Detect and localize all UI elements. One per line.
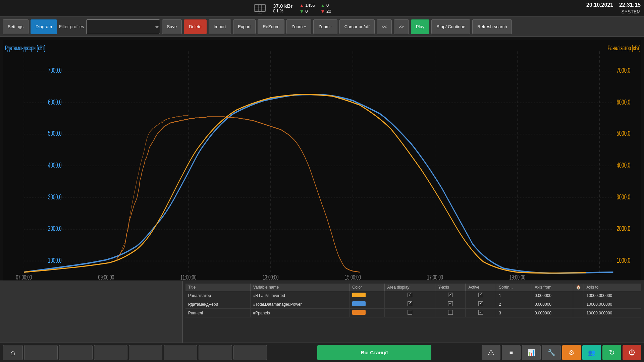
svg-text:19:00:00: 19:00:00	[509, 274, 525, 281]
row1-axisto: 10000.000000	[584, 291, 641, 300]
power-value: 37.0 kBr	[273, 3, 292, 9]
status-grid: ▲ 1455 ▲ 0 ▼ 0 ▼ 20	[299, 3, 336, 14]
checkbox-active-2[interactable]	[478, 301, 483, 306]
refresh-button[interactable]: ↻	[602, 345, 621, 360]
checkbox-active-1[interactable]	[478, 293, 483, 297]
nav-blank-2[interactable]	[59, 345, 93, 360]
play-button[interactable]: Play	[411, 19, 429, 34]
users-icon: 👥	[588, 349, 595, 356]
row1-area-display[interactable]	[384, 291, 435, 300]
row3-yaxis[interactable]	[435, 309, 466, 317]
tools-icon: 🔧	[548, 349, 555, 356]
gear-button[interactable]: ⚙	[562, 345, 581, 360]
stop-button[interactable]: Stop/ Continue	[431, 19, 470, 34]
arrow-up-green-icon: ▲	[320, 3, 325, 8]
bottom-right-panel: Title Variable name Color Area display Y…	[183, 281, 644, 343]
nav-blank-1[interactable]	[24, 345, 58, 360]
next-button[interactable]: >>	[394, 19, 409, 34]
filter-label: Filter profiles	[59, 24, 84, 29]
checkbox-active-3[interactable]	[478, 310, 483, 315]
row1-title: Раналізатор	[185, 291, 250, 300]
settings-button[interactable]: Settings	[3, 19, 29, 34]
col-header-axisfrom: Axis from	[532, 284, 573, 291]
arrow-down-green-icon: ▼	[299, 9, 304, 14]
nav-blank-7[interactable]	[233, 345, 267, 360]
svg-text:1000.0: 1000.0	[616, 256, 630, 264]
save-button[interactable]: Save	[162, 19, 182, 34]
solar-panel-icon	[254, 3, 266, 13]
tools-button[interactable]: 🔧	[542, 345, 561, 360]
svg-text:15:00:00: 15:00:00	[345, 274, 361, 281]
nav-blank-5[interactable]	[164, 345, 197, 360]
diagram-button[interactable]: Diagram	[31, 19, 57, 34]
svg-text:Рдатаменджери [кВт]: Рдатаменджери [кВт]	[5, 44, 45, 52]
checkbox-area-1[interactable]	[408, 293, 412, 297]
refresh-search-button[interactable]: Refresh search	[472, 19, 512, 34]
row2-active[interactable]	[466, 300, 496, 309]
zoom-minus-button[interactable]: Zoom -	[313, 19, 337, 34]
list-button[interactable]: ≡	[502, 345, 521, 360]
table-row[interactable]: Рпанелі #Ppanels	[185, 309, 641, 317]
row2-area-display[interactable]	[384, 300, 435, 309]
zoom-plus-button[interactable]: Zoom +	[286, 19, 311, 34]
main-area: 7000.0 6000.0 5000.0 4000.0 3000.0 2000.…	[0, 37, 644, 343]
home-icon: ⌂	[10, 348, 15, 357]
power-info: 37.0 kBr 0.1 %	[273, 3, 292, 13]
row2-axisto: 10000.000000	[584, 300, 641, 309]
svg-text:1000.0: 1000.0	[48, 256, 62, 264]
power-percent: 0.1 %	[273, 9, 283, 13]
row3-color	[350, 309, 384, 317]
svg-text:6000.0: 6000.0	[616, 98, 630, 106]
row1-active[interactable]	[466, 291, 496, 300]
nav-blank-3[interactable]	[94, 345, 127, 360]
row1-yaxis[interactable]	[435, 291, 466, 300]
status-item-3: ▼ 0	[299, 9, 315, 14]
checkbox-area-3[interactable]	[408, 310, 412, 315]
col-header-yaxis: Y-axis	[435, 284, 466, 291]
home-button[interactable]: ⌂	[3, 345, 23, 360]
svg-text:07:00:00: 07:00:00	[16, 274, 32, 281]
svg-text:4000.0: 4000.0	[48, 161, 62, 169]
checkbox-yaxis-1[interactable]	[448, 293, 453, 297]
col-header-area: Area display	[384, 284, 435, 291]
chart-wrapper: 7000.0 6000.0 5000.0 4000.0 3000.0 2000.…	[3, 40, 641, 281]
cursor-button[interactable]: Cursor on/off	[339, 19, 375, 34]
svg-text:3000.0: 3000.0	[616, 193, 630, 201]
row1-variable: #RTU Ps Inverted	[250, 291, 350, 300]
svg-text:7000.0: 7000.0	[48, 66, 62, 74]
nav-blank-4[interactable]	[129, 345, 162, 360]
users-button[interactable]: 👥	[582, 345, 601, 360]
row3-icon	[573, 309, 584, 317]
import-button[interactable]: Import	[209, 19, 231, 34]
chart-button[interactable]: 📊	[522, 345, 541, 360]
row3-axisto: 10000.000000	[584, 309, 641, 317]
time: 22:31:15	[619, 2, 641, 8]
svg-text:3000.0: 3000.0	[48, 193, 62, 201]
svg-text:17:00:00: 17:00:00	[427, 274, 443, 281]
export-button[interactable]: Export	[233, 19, 256, 34]
color-swatch-yellow	[352, 293, 366, 297]
checkbox-area-2[interactable]	[408, 301, 412, 306]
row3-area-display[interactable]	[384, 309, 435, 317]
arrow-up-red-icon: ▲	[299, 3, 304, 8]
all-stations-button[interactable]: Всі Станції	[317, 345, 431, 360]
table-row[interactable]: Рдатаменджери #Total.Datamanager.Power	[185, 300, 641, 309]
color-swatch-orange	[352, 310, 366, 315]
checkbox-yaxis-3[interactable]	[448, 310, 453, 315]
table-row[interactable]: Раналізатор #RTU Ps Inverted	[185, 291, 641, 300]
row3-active[interactable]	[466, 309, 496, 317]
power-button[interactable]: ⏻	[623, 345, 641, 360]
status-value-1: 1455	[305, 3, 315, 8]
filter-profiles-select[interactable]	[86, 19, 160, 34]
svg-text:11:00:00: 11:00:00	[180, 274, 197, 281]
svg-text:09:00:00: 09:00:00	[98, 274, 114, 281]
nav-blank-6[interactable]	[199, 345, 232, 360]
status-value-4: 20	[326, 9, 331, 14]
row2-yaxis[interactable]	[435, 300, 466, 309]
rezoom-button[interactable]: ReZoom	[258, 19, 284, 34]
status-item-1: ▲ 1455	[299, 3, 315, 8]
delete-button[interactable]: Delete	[184, 19, 207, 34]
prev-button[interactable]: <<	[377, 19, 392, 34]
warning-button[interactable]: ⚠	[482, 345, 500, 360]
checkbox-yaxis-2[interactable]	[448, 301, 453, 306]
